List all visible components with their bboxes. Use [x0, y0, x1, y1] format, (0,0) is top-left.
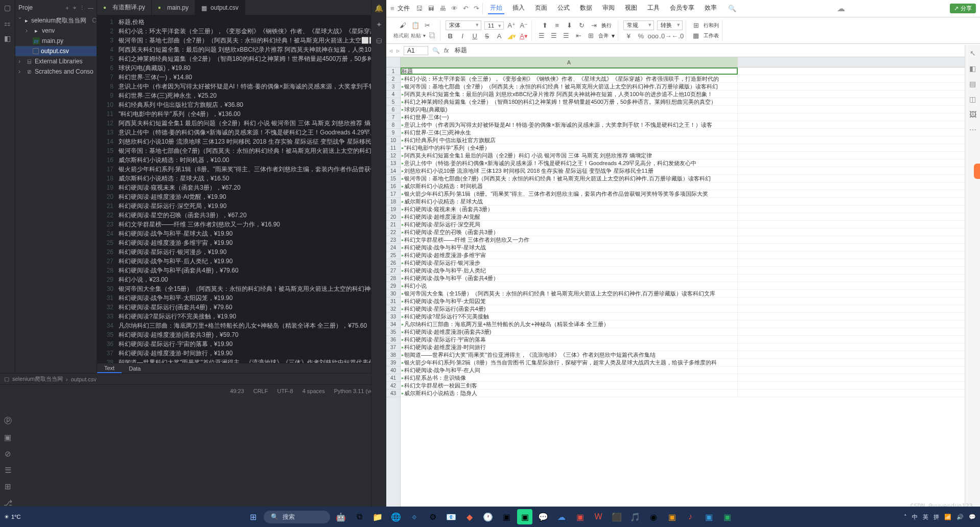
tree-external-libs[interactable]: ›⌸ External Libraries — [15, 56, 97, 66]
row-header[interactable]: 34 — [386, 320, 400, 328]
print-preview-icon[interactable]: 👁 — [451, 5, 458, 12]
view-tab-text[interactable]: Text — [97, 363, 122, 373]
cell[interactable]: ▸意识上传中（作者因为写得太好被怀疑是AI！特德·姜的偶像×新海诚的灵感来源，大… — [401, 121, 738, 128]
align-right-icon[interactable]: ☰ — [562, 31, 571, 40]
row-header[interactable]: 29 — [386, 282, 400, 290]
select-all-corner[interactable] — [386, 57, 400, 67]
print-icon[interactable]: 🖶 — [439, 5, 446, 12]
row-header[interactable]: 4 — [386, 90, 400, 98]
clock-icon[interactable]: 🕐 — [480, 509, 496, 524]
cell[interactable]: ▸科幻世界·三体(一) — [401, 113, 738, 121]
save-as-icon[interactable]: 🖬 — [428, 5, 434, 12]
bold-icon[interactable]: B — [446, 31, 455, 40]
cell[interactable]: ▸银火箭少年科幻系列·第1辑（8册。"雨果奖"得主、三体作者刘慈欣主编，套装内作… — [401, 190, 738, 197]
row-header[interactable]: 43 — [386, 389, 400, 397]
cell[interactable]: ▸科幻硬阅读·窥视未来（函套共3册） — [401, 205, 738, 213]
vscode-icon[interactable]: ⟐ — [407, 509, 422, 524]
row-header[interactable]: 22 — [386, 228, 400, 236]
comma-icon[interactable]: ooo — [648, 31, 658, 40]
tree-root[interactable]: ˅▸ selenium爬取当当网 C — [15, 15, 97, 26]
cell[interactable]: ▸科幻小说：环太平洋套装（全三册），《变形金刚》《钢铁侠》作者、《星球大战》《星… — [401, 75, 738, 82]
merge-label[interactable]: 合并 — [598, 32, 609, 39]
row-header[interactable]: 10 — [386, 136, 400, 144]
cell[interactable]: ▸科幻硬阅读·超维度漫游·AI觉醒 — [401, 213, 738, 220]
row-header[interactable]: 24 — [386, 244, 400, 251]
percent-icon[interactable]: % — [636, 31, 645, 40]
tab-main[interactable]: ●main.py — [152, 0, 195, 15]
cell[interactable]: ▸科幻之神莱姆经典短篇集（全2册）（智商180的科幻之神莱姆！世界销量超4500… — [401, 98, 738, 105]
search-icon[interactable]: 🔍 — [728, 5, 736, 12]
services-icon[interactable]: ⊞ — [5, 482, 11, 491]
breadcrumb-file[interactable]: output.csv — [71, 376, 97, 382]
decrease-font-icon[interactable]: A⁻ — [519, 21, 528, 30]
row-header[interactable]: 11 — [386, 144, 400, 152]
menu-tab-工具[interactable]: 工具 — [645, 3, 662, 14]
chrome-icon[interactable]: 🌐 — [388, 509, 404, 524]
more-icon[interactable]: ⋯ — [969, 126, 976, 134]
align-bottom-icon[interactable]: ⬇ — [565, 21, 574, 30]
cell[interactable]: ▸科幻硬阅读·星空的召唤（函套共3册） — [401, 228, 738, 236]
row-header[interactable]: 27 — [386, 267, 400, 274]
row-header[interactable]: 14 — [386, 167, 400, 175]
steam-icon[interactable]: ◉ — [646, 509, 661, 524]
font-family-select[interactable]: 宋体 — [446, 20, 481, 30]
caret-position[interactable]: 49:23 — [230, 388, 244, 394]
breadcrumb-root[interactable]: selenium爬取当当网 — [12, 375, 63, 383]
menu-tab-插入[interactable]: 插入 — [510, 3, 527, 14]
row-header[interactable]: 26 — [386, 259, 400, 267]
editor-body[interactable]: 1234567891011121314151617181920212223242… — [97, 15, 386, 363]
row-header[interactable]: 17 — [386, 190, 400, 198]
git-icon[interactable]: ◆ — [462, 509, 477, 524]
tab-youdao[interactable]: ●有道翻译.py — [97, 0, 152, 15]
terminal-icon[interactable]: ▣ — [499, 509, 514, 524]
cell[interactable]: ▸科幻经典系列 中信出版社官方旗舰店 — [401, 136, 738, 144]
row-header[interactable]: 19 — [386, 205, 400, 213]
cell[interactable]: ▸科幻硬阅读·超维度漫游·时间旅行 — [401, 343, 738, 351]
wps-icon[interactable]: W — [591, 509, 606, 524]
font-effect-icon[interactable]: A — [495, 31, 504, 40]
format-painter-icon[interactable]: 🖌 — [399, 21, 408, 30]
align-center-icon[interactable]: ☰ — [549, 31, 558, 40]
todo-icon[interactable]: ☰ — [5, 466, 11, 475]
cell[interactable]: ▸科幻硬阅读·战争与和平（函套共4册） — [401, 274, 738, 282]
add-icon[interactable]: ＋ — [64, 4, 70, 12]
cell[interactable]: ▸银河帝国大全集（全15册）（阿西莫夫：永恒的科幻经典！被马斯克用火箭送上太空的… — [401, 290, 738, 297]
cell[interactable]: ▸朝闻道——世界科幻大奖"雨果奖"首位亚洲得主，《流浪地球》《三体》作者刘慈欣中… — [401, 351, 738, 358]
currency-icon[interactable]: ¥ — [624, 31, 633, 40]
menu-tab-开始[interactable]: 开始 — [488, 3, 504, 14]
copy-icon[interactable]: ⿻ — [428, 31, 437, 40]
start-button[interactable]: ⊞ — [245, 509, 261, 524]
cell[interactable]: ▸球状闪电(典藏版) — [401, 106, 738, 113]
row-header[interactable]: 15 — [386, 175, 400, 182]
row-header[interactable]: 2 — [386, 75, 400, 83]
cell[interactable]: ▸科幻硬阅读·超维度漫游(函套共3册) — [401, 328, 738, 335]
tree-outputcsv[interactable]: output.csv — [15, 46, 97, 56]
cell[interactable]: ▸凡尔纳科幻三部曲：海底两万里+格兰特船长的儿女+神秘岛（精装全译本 全三册） — [401, 320, 738, 328]
ai-assistant-icon[interactable]: ✦ — [376, 20, 382, 29]
orientation-icon[interactable]: ↻ — [577, 21, 586, 30]
problems-icon[interactable]: ⊘ — [5, 449, 11, 459]
row-header[interactable]: 33 — [386, 313, 400, 320]
structure-icon[interactable]: ◧ — [3, 34, 12, 43]
cell[interactable]: ▸阿西莫夫科幻短篇全集：最后的问题 刘慈欣xBBC纪录片推荐 阿西莫夫神就神在短… — [401, 90, 738, 98]
terminal-icon[interactable]: ▣ — [4, 433, 11, 442]
image-icon[interactable]: 🖼 — [969, 110, 976, 119]
menu-tab-公式[interactable]: 公式 — [555, 3, 572, 14]
align-left-icon[interactable]: ☰ — [537, 31, 546, 40]
cell[interactable]: ▸科幻小说 — [401, 282, 738, 289]
row-header[interactable]: 31 — [386, 297, 400, 305]
notification-icon[interactable]: 💬 — [969, 514, 976, 520]
tree-scratches[interactable]: ›⎚ Scratches and Conso — [15, 66, 97, 77]
row-header[interactable]: 12 — [386, 152, 400, 159]
paste-icon[interactable]: 📋 — [411, 21, 420, 30]
notifications-icon[interactable]: 🔔 — [375, 4, 383, 12]
row-header[interactable]: 5 — [386, 98, 400, 106]
row-header[interactable]: 23 — [386, 236, 400, 244]
tree-mainpy[interactable]: py main.py — [15, 36, 97, 46]
taskbar-search[interactable]: 🔍 搜索 — [264, 511, 330, 523]
cell[interactable]: ▸科幻硬阅读?星际远行?不完美接触 — [401, 313, 738, 320]
redo-icon[interactable]: ↷ — [474, 5, 479, 12]
select-icon[interactable]: ↖ — [970, 49, 976, 57]
tray-chevron-icon[interactable]: ˄ — [904, 514, 907, 520]
line-separator[interactable]: CRLF — [253, 388, 268, 394]
